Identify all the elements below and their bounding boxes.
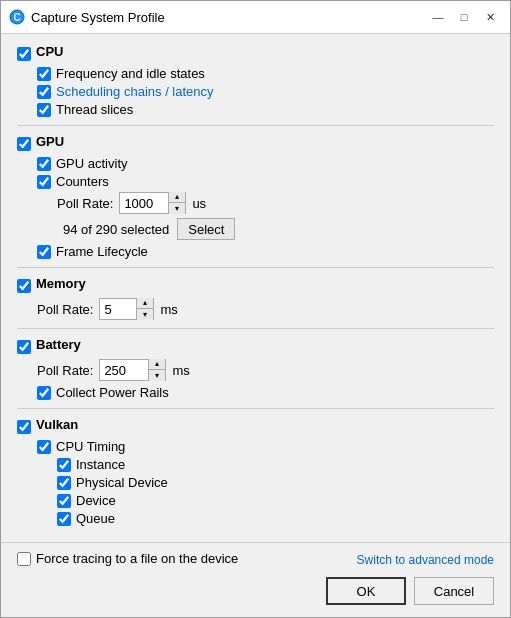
vulkan-checkbox[interactable]	[17, 420, 31, 434]
vulkan-section: Vulkan CPU Timing Instance Physical Devi…	[17, 417, 494, 526]
cpu-sched-label[interactable]: Scheduling chains / latency	[56, 84, 214, 99]
close-button[interactable]: ✕	[478, 7, 502, 27]
battery-label[interactable]: Battery	[36, 337, 81, 352]
battery-checkbox[interactable]	[17, 340, 31, 354]
advanced-mode-link[interactable]: Switch to advanced mode	[357, 553, 494, 567]
vulkan-cpu-timing-row: CPU Timing	[37, 439, 494, 454]
cpu-checkbox[interactable]	[17, 47, 31, 61]
window-icon: C	[9, 9, 25, 25]
battery-poll-unit: ms	[172, 363, 189, 378]
memory-section: Memory Poll Rate: ▴ ▾ ms	[17, 276, 494, 320]
battery-poll-spinner: ▴ ▾	[99, 359, 166, 381]
gpu-select-row: 94 of 290 selected Select	[37, 218, 494, 240]
cpu-thread-row: Thread slices	[37, 102, 494, 117]
vulkan-instance-checkbox[interactable]	[57, 458, 71, 472]
vulkan-queue-row: Queue	[57, 511, 494, 526]
memory-checkbox[interactable]	[17, 279, 31, 293]
vulkan-device-checkbox[interactable]	[57, 494, 71, 508]
cpu-sched-row: Scheduling chains / latency	[37, 84, 494, 99]
vulkan-instance-label[interactable]: Instance	[76, 457, 125, 472]
footer-buttons: OK Cancel	[17, 577, 494, 605]
vulkan-label[interactable]: Vulkan	[36, 417, 78, 432]
gpu-counters-row: Counters	[37, 174, 494, 189]
memory-poll-down-button[interactable]: ▾	[137, 309, 153, 320]
gpu-counters-checkbox[interactable]	[37, 175, 51, 189]
cpu-thread-label[interactable]: Thread slices	[56, 102, 133, 117]
vulkan-physical-device-checkbox[interactable]	[57, 476, 71, 490]
memory-poll-input[interactable]	[100, 299, 136, 319]
gpu-select-button[interactable]: Select	[177, 218, 235, 240]
gpu-frame-checkbox[interactable]	[37, 245, 51, 259]
memory-label[interactable]: Memory	[36, 276, 86, 291]
gpu-frame-label[interactable]: Frame Lifecycle	[56, 244, 148, 259]
memory-header-row: Memory	[17, 276, 494, 295]
cancel-button[interactable]: Cancel	[414, 577, 494, 605]
battery-power-rails-checkbox[interactable]	[37, 386, 51, 400]
memory-poll-up-button[interactable]: ▴	[137, 298, 153, 309]
gpu-section: GPU GPU activity Counters Poll Rate: ▴	[17, 134, 494, 259]
gpu-section-header-row: GPU	[17, 134, 494, 153]
divider-memory-battery	[17, 328, 494, 329]
vulkan-physical-device-label[interactable]: Physical Device	[76, 475, 168, 490]
gpu-poll-spinner-buttons: ▴ ▾	[168, 192, 185, 214]
battery-poll-spinner-buttons: ▴ ▾	[148, 359, 165, 381]
vulkan-queue-label[interactable]: Queue	[76, 511, 115, 526]
vulkan-device-row: Device	[57, 493, 494, 508]
vulkan-cpu-timing-label[interactable]: CPU Timing	[56, 439, 125, 454]
gpu-poll-row: Poll Rate: ▴ ▾ us	[37, 192, 494, 214]
svg-text:C: C	[13, 12, 20, 23]
battery-power-rails-label[interactable]: Collect Power Rails	[56, 385, 169, 400]
divider-gpu-memory	[17, 267, 494, 268]
window-controls: — □ ✕	[426, 7, 502, 27]
battery-poll-input[interactable]	[100, 360, 148, 380]
gpu-checkbox[interactable]	[17, 137, 31, 151]
minimize-button[interactable]: —	[426, 7, 450, 27]
window-title: Capture System Profile	[31, 10, 426, 25]
gpu-poll-down-button[interactable]: ▾	[169, 203, 185, 214]
gpu-activity-label[interactable]: GPU activity	[56, 156, 128, 171]
battery-poll-row: Poll Rate: ▴ ▾ ms	[17, 359, 494, 381]
cpu-thread-checkbox[interactable]	[37, 103, 51, 117]
memory-poll-label: Poll Rate:	[37, 302, 93, 317]
gpu-activity-checkbox[interactable]	[37, 157, 51, 171]
capture-system-profile-window: C Capture System Profile — □ ✕ CPU Frequ…	[0, 0, 511, 618]
battery-header-row: Battery	[17, 337, 494, 356]
divider-cpu-gpu	[17, 125, 494, 126]
footer-top: Force tracing to a file on the device Sw…	[17, 551, 494, 569]
gpu-poll-unit: us	[192, 196, 206, 211]
force-tracing-row: Force tracing to a file on the device	[17, 551, 238, 566]
gpu-select-info: 94 of 290 selected	[63, 222, 169, 237]
title-bar: C Capture System Profile — □ ✕	[1, 1, 510, 34]
cpu-sched-checkbox[interactable]	[37, 85, 51, 99]
vulkan-queue-checkbox[interactable]	[57, 512, 71, 526]
memory-poll-spinner-buttons: ▴ ▾	[136, 298, 153, 320]
ok-button[interactable]: OK	[326, 577, 406, 605]
gpu-frame-row: Frame Lifecycle	[37, 244, 494, 259]
force-tracing-checkbox[interactable]	[17, 552, 31, 566]
gpu-poll-up-button[interactable]: ▴	[169, 192, 185, 203]
gpu-poll-input[interactable]	[120, 193, 168, 213]
maximize-button[interactable]: □	[452, 7, 476, 27]
battery-poll-down-button[interactable]: ▾	[149, 370, 165, 381]
vulkan-header-row: Vulkan	[17, 417, 494, 436]
gpu-counters-label[interactable]: Counters	[56, 174, 109, 189]
cpu-section: CPU Frequency and idle states Scheduling…	[17, 44, 494, 117]
vulkan-device-label[interactable]: Device	[76, 493, 116, 508]
cpu-freq-label[interactable]: Frequency and idle states	[56, 66, 205, 81]
battery-power-rails-row: Collect Power Rails	[17, 385, 494, 400]
gpu-activity-row: GPU activity	[37, 156, 494, 171]
gpu-poll-label: Poll Rate:	[57, 196, 113, 211]
battery-section: Battery Poll Rate: ▴ ▾ ms Collect Power …	[17, 337, 494, 400]
gpu-label[interactable]: GPU	[36, 134, 64, 149]
content-area: CPU Frequency and idle states Scheduling…	[1, 34, 510, 542]
vulkan-physical-device-row: Physical Device	[57, 475, 494, 490]
memory-poll-spinner: ▴ ▾	[99, 298, 154, 320]
cpu-freq-checkbox[interactable]	[37, 67, 51, 81]
battery-poll-label: Poll Rate:	[37, 363, 93, 378]
gpu-poll-spinner: ▴ ▾	[119, 192, 186, 214]
battery-poll-up-button[interactable]: ▴	[149, 359, 165, 370]
cpu-label[interactable]: CPU	[36, 44, 63, 59]
vulkan-cpu-timing-checkbox[interactable]	[37, 440, 51, 454]
force-tracing-label[interactable]: Force tracing to a file on the device	[36, 551, 238, 566]
cpu-freq-row: Frequency and idle states	[37, 66, 494, 81]
